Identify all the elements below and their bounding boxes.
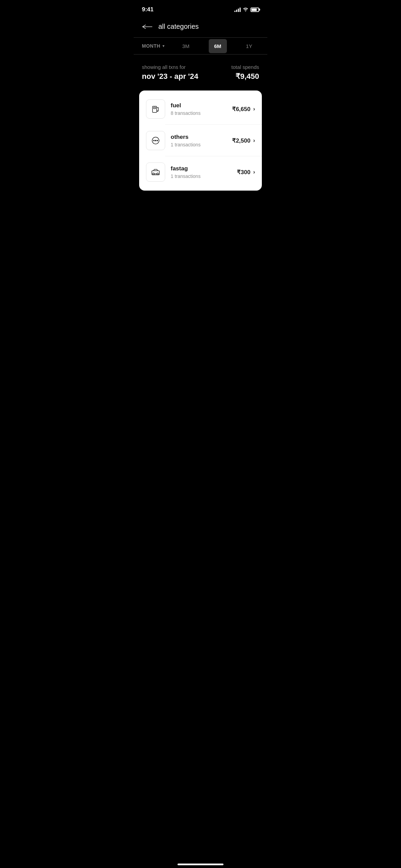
fastag-chevron-icon: › [253,169,255,175]
fuel-transactions: 8 transactions [171,110,232,116]
fastag-transactions: 1 transactions [171,173,237,179]
time-filter: MONTH ▾ 3M 6M 1Y [134,37,267,55]
svg-point-6 [154,140,154,141]
back-button[interactable] [142,24,153,29]
fuel-info: fuel 8 transactions [171,102,232,116]
fuel-icon [151,104,160,114]
fastag-name: fastag [171,165,237,172]
fuel-amount-section: ₹6,650 › [232,106,255,113]
others-transactions: 1 transactions [171,142,232,147]
others-info: others 1 transactions [171,134,232,147]
category-item-fuel[interactable]: fuel 8 transactions ₹6,650 › [139,93,262,125]
fuel-name: fuel [171,102,232,109]
header: all categories [134,17,267,37]
fastag-amount-section: ₹300 › [237,169,255,176]
filter-options: 3M 6M 1Y [170,39,265,53]
date-range-left: showing all txns for nov '23 - apr '24 [142,64,198,81]
category-item-others[interactable]: others 1 transactions ₹2,500 › [139,125,262,156]
date-range-section: showing all txns for nov '23 - apr '24 t… [134,55,267,88]
fastag-icon-wrapper [146,162,165,182]
filter-6m[interactable]: 6M [209,39,227,53]
svg-point-8 [157,140,158,141]
svg-point-7 [155,140,156,141]
category-item-fastag[interactable]: fastag 1 transactions ₹300 › [139,156,262,188]
others-chevron-icon: › [253,137,255,144]
month-chevron-icon: ▾ [162,44,165,48]
categories-card: fuel 8 transactions ₹6,650 › others 1 tr… [139,91,262,191]
back-arrow-icon [142,24,153,29]
status-time: 9:41 [142,6,154,13]
others-amount-section: ₹2,500 › [232,137,255,144]
filter-3m[interactable]: 3M [177,39,195,53]
month-filter-button[interactable]: MONTH ▾ [136,38,170,54]
fuel-chevron-icon: › [253,106,255,112]
status-icons [234,7,259,12]
fastag-info: fastag 1 transactions [171,165,237,179]
filter-1y[interactable]: 1Y [241,39,258,53]
wifi-icon [243,7,248,12]
page-title: all categories [158,23,199,31]
fastag-amount: ₹300 [237,169,250,176]
others-icon-wrapper [146,131,165,150]
total-label: total spends [231,64,259,70]
others-amount: ₹2,500 [232,137,251,144]
others-name: others [171,134,232,141]
signal-icon [234,8,241,12]
others-icon [151,136,160,145]
showing-label: showing all txns for [142,64,198,70]
svg-rect-2 [154,107,156,109]
fuel-icon-wrapper [146,99,165,119]
fastag-icon [151,167,160,177]
battery-icon [251,8,259,12]
total-amount: ₹9,450 [231,72,259,81]
date-range-text: nov '23 - apr '24 [142,72,198,81]
status-bar: 9:41 [134,0,267,17]
fuel-amount: ₹6,650 [232,106,251,113]
month-filter-label: MONTH [142,43,160,49]
date-range-right: total spends ₹9,450 [231,64,259,81]
